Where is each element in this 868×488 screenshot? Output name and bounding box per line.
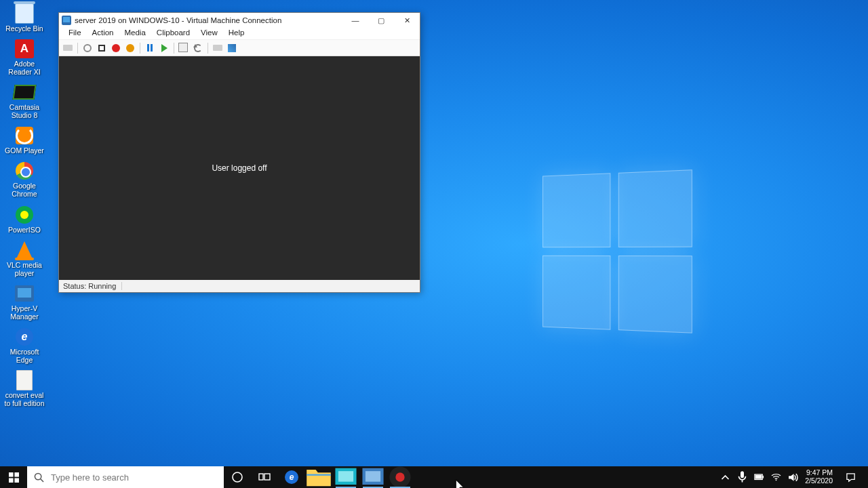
checkpoint-icon [180, 44, 188, 52]
title-bar[interactable]: server 2019 on WINDOWS-10 - Virtual Mach… [59, 13, 420, 28]
chrome-icon [16, 162, 33, 180]
desktop-icon-chrome[interactable]: Google Chrome [3, 159, 46, 199]
separator-icon [140, 43, 140, 54]
cortana-icon [231, 471, 243, 483]
svg-line-5 [41, 479, 43, 481]
svg-rect-2 [9, 478, 14, 483]
tray-overflow-button[interactable] [720, 472, 730, 483]
desktop-icon-label: GOM Player [5, 146, 44, 155]
desktop-icon-adobe-reader[interactable]: AAdobe Reader XI [3, 37, 46, 77]
svg-rect-17 [762, 476, 764, 479]
close-button[interactable]: ✕ [394, 13, 420, 28]
tray-microphone-button[interactable] [737, 472, 747, 483]
share-button[interactable] [226, 42, 238, 54]
hyperv-icon [332, 464, 359, 488]
save-icon [126, 44, 134, 52]
desktop-icon-label: Camtasia Studio 8 [9, 103, 39, 119]
vlc-icon [16, 241, 33, 259]
camtasia-icon [12, 85, 36, 100]
notifications-button[interactable] [840, 472, 861, 483]
menu-action[interactable]: Action [87, 28, 119, 39]
stop-icon [98, 45, 105, 52]
share-icon [228, 44, 236, 52]
status-text: Status: Running [63, 282, 122, 290]
keyboard-icon [213, 45, 222, 51]
taskbar-app-vmc[interactable] [359, 466, 387, 488]
poweriso-icon [16, 206, 33, 224]
clock-button[interactable]: 9:47 PM 2/5/2020 [805, 469, 833, 485]
checkpoint-button[interactable] [178, 42, 190, 54]
turnoff-button[interactable] [96, 42, 108, 54]
bin-icon [15, 3, 34, 24]
svg-rect-7 [259, 474, 263, 480]
window-title: server 2019 on WINDOWS-10 - Virtual Mach… [75, 16, 339, 24]
desktop-icon-label: Recycle Bin [5, 24, 43, 33]
menu-view[interactable]: View [195, 28, 223, 39]
system-tray: 9:47 PM 2/5/2020 [713, 466, 868, 488]
cortana-button[interactable] [224, 466, 251, 488]
desktop-icon-label: Adobe Reader XI [8, 60, 40, 76]
shutdown-button[interactable] [110, 42, 122, 54]
vmc-icon [359, 464, 387, 488]
edge-icon: e [285, 470, 298, 484]
ctrl-alt-del-button [62, 42, 74, 54]
desktop-icon-textfile[interactable]: convert eval to full edition [3, 368, 46, 409]
taskbar-app-edge[interactable]: e [278, 466, 305, 488]
menu-clipboard[interactable]: Clipboard [151, 28, 195, 39]
vmc-app-icon [62, 16, 71, 25]
start-button[interactable] [0, 466, 27, 488]
search-icon [34, 472, 44, 483]
menu-file[interactable]: File [63, 28, 87, 39]
vmc-window[interactable]: server 2019 on WINDOWS-10 - Virtual Mach… [58, 12, 420, 293]
windows-logo-wallpaper [542, 169, 694, 336]
menu-help[interactable]: Help [223, 28, 250, 39]
svg-point-4 [35, 473, 41, 479]
explorer-icon [305, 464, 332, 488]
separator-icon [208, 43, 208, 54]
minimize-button[interactable]: — [342, 13, 368, 28]
revert-button[interactable] [192, 42, 204, 54]
search-box[interactable]: Type here to search [27, 466, 224, 488]
taskbar-app-hyperv[interactable] [332, 466, 359, 488]
tray-battery-button[interactable] [754, 472, 764, 483]
clock-date: 2/5/2020 [805, 477, 833, 485]
reset-button[interactable] [158, 42, 170, 54]
desktop-icon-camtasia[interactable]: Camtasia Studio 8 [3, 80, 46, 121]
svg-rect-18 [755, 475, 762, 479]
desktop-icon-label: Microsoft Edge [10, 348, 39, 364]
menu-media[interactable]: Media [119, 28, 151, 39]
acrobat-icon: A [15, 39, 34, 58]
notifications-icon [846, 472, 856, 483]
tray-wifi-button[interactable] [771, 472, 781, 483]
desktop-icon-label: convert eval to full edition [5, 391, 45, 407]
desktop-icons: Recycle Bin AAdobe Reader XI Camtasia St… [3, 1, 46, 411]
desktop-icon-gom[interactable]: GOM Player [3, 123, 46, 156]
maximize-button[interactable]: ▢ [368, 13, 394, 28]
hyperv-icon [15, 285, 34, 302]
desktop-icon-vlc[interactable]: VLC media player [3, 238, 46, 279]
taskbar-app-snagit[interactable] [387, 466, 414, 488]
svg-rect-10 [338, 471, 353, 482]
record-icon [112, 44, 120, 52]
desktop-icon-recycle-bin[interactable]: Recycle Bin [3, 1, 46, 34]
svg-rect-0 [9, 472, 14, 477]
edge-icon: e [16, 328, 33, 346]
separator-icon [174, 43, 174, 54]
desktop-icon-edge[interactable]: eMicrosoft Edge [3, 325, 46, 365]
taskbar-app-explorer[interactable] [305, 466, 332, 488]
search-placeholder: Type here to search [51, 472, 129, 483]
pause-button[interactable] [144, 42, 156, 54]
task-view-button[interactable] [251, 466, 278, 488]
save-button[interactable] [124, 42, 136, 54]
vm-display[interactable]: User logged off [59, 56, 420, 280]
svg-point-14 [395, 472, 404, 481]
textfile-icon [16, 370, 33, 390]
start-button[interactable] [81, 42, 94, 54]
desktop-icon-poweriso[interactable]: PowerISO [3, 203, 46, 235]
svg-point-19 [776, 480, 777, 481]
enhanced-session-button [212, 42, 224, 54]
svg-rect-12 [366, 471, 380, 482]
pause-icon [147, 44, 153, 52]
tray-volume-button[interactable] [788, 472, 798, 483]
desktop-icon-hyperv[interactable]: Hyper-V Manager [3, 281, 46, 322]
